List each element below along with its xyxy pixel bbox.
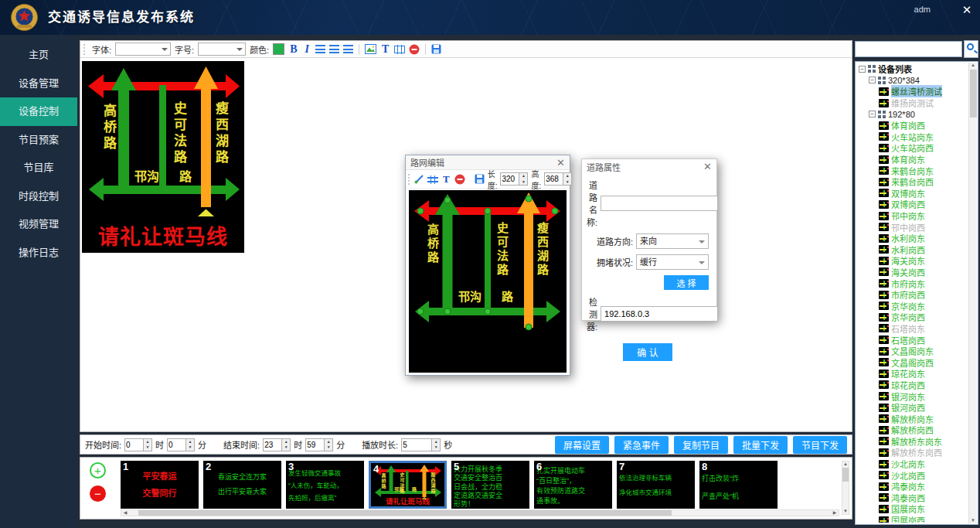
scroll-right-icon[interactable]: ▶ [831,510,839,516]
double-road-icon[interactable] [427,175,438,184]
duration-input[interactable] [401,438,432,451]
save-icon[interactable] [475,174,485,184]
device-tree-item[interactable]: 石塔岗东 [857,323,968,335]
device-tree-item[interactable]: 解放桥岗东 [857,413,968,424]
device-tree-item[interactable]: 国展岗西 [857,515,968,523]
add-program-button[interactable]: + [90,462,106,479]
program-thumbnail-4[interactable]: 4 高桥路 史可法路 瘦西湖路 邗沟 路 请礼让斑马线 [369,461,447,509]
sidebar-item-7[interactable]: 视频管理 [0,210,77,239]
spin-down-icon[interactable]: ▼ [186,445,194,451]
sidebar-item-4[interactable]: 节目预案 [0,126,77,155]
spin-down-icon[interactable]: ▼ [519,179,527,186]
align-center-icon[interactable] [329,45,339,53]
device-tree-item[interactable]: 文昌阁岗西 [857,356,968,368]
screen-layout-icon[interactable] [394,45,405,54]
save-icon[interactable] [431,44,441,54]
select-detector-button[interactable]: 选 择 [664,275,709,290]
device-tree-item[interactable]: 京华岗西 [857,312,968,323]
draw-line-icon[interactable] [414,174,424,184]
road-editor-map[interactable]: 高桥路 史可法路 瘦西湖路 邗沟 路 [409,190,567,373]
end-minute-input[interactable] [305,438,325,451]
device-tree-item[interactable]: 海关岗东 [857,255,968,267]
device-tree-item[interactable]: 市府岗西 [857,289,968,301]
device-tree-item[interactable]: 水利岗西 [857,244,968,256]
align-left-icon[interactable] [315,45,325,53]
sidebar-item-3[interactable]: 设备控制 [0,97,77,126]
device-tree-item[interactable]: 银河岗西 [857,402,968,414]
action-button[interactable]: 节目下发 [793,436,847,454]
device-tree-item[interactable]: 火车站岗西 [857,142,968,154]
spin-up-icon[interactable]: ▲ [282,439,290,445]
spin-up-icon[interactable]: ▲ [432,439,440,445]
font-select[interactable] [115,43,171,56]
device-tree-item[interactable]: 维扬岗测试 [857,97,968,109]
text-tool-icon[interactable]: T [380,43,390,56]
scrollbar-thumb[interactable] [970,70,977,118]
toolbar-grip[interactable] [408,174,410,185]
scroll-left-icon[interactable]: ◀ [121,510,129,516]
sidebar-item-5[interactable]: 节目库 [0,154,77,182]
device-tree-root[interactable]: −设备列表 [857,63,968,75]
sidebar-item-2[interactable]: 设备管理 [0,70,77,98]
sidebar-item-6[interactable]: 时段控制 [0,182,77,211]
device-group-320*384[interactable]: −320*384 [857,75,968,87]
align-right-icon[interactable] [343,45,353,53]
spin-down-icon[interactable]: ▼ [325,445,332,451]
device-tree-item[interactable]: 来鹤台岗西 [857,176,968,188]
program-thumbnail-7[interactable]: 7依法治理非标车辆净化城市交通环境 [617,461,695,509]
spin-up-icon[interactable]: ▲ [519,173,527,179]
device-tree-item[interactable]: 京华岗东 [857,300,968,312]
spin-up-icon[interactable]: ▲ [563,173,571,179]
remove-icon[interactable] [409,44,420,55]
device-tree-item[interactable]: 双博岗西 [857,199,968,210]
spin-down-icon[interactable]: ▼ [282,445,290,451]
program-thumbnail-1[interactable]: 1平安春运交警同行 [121,461,199,509]
device-tree-item[interactable]: 琼花岗东 [857,368,968,380]
confirm-button[interactable]: 确 认 [623,343,672,361]
road-props-titlebar[interactable]: 道路属性 ✕ [582,159,716,174]
device-tree-item[interactable]: 水利岗东 [857,233,968,244]
device-tree-item[interactable]: 沙北岗东 [857,458,968,470]
color-swatch[interactable] [273,43,284,55]
user-name[interactable]: adm [914,5,931,14]
scroll-up-icon[interactable]: ▲ [969,63,977,68]
device-tree-item[interactable]: 鸿泰岗东 [857,481,968,492]
program-thumbnail-8[interactable]: 8打击改装“炸严查严处“机 [699,461,778,509]
action-button[interactable]: 紧急事件 [614,436,669,454]
device-search-button[interactable] [964,40,978,58]
action-button[interactable]: 复制节目 [674,436,728,454]
text-tool-icon[interactable]: T [441,173,451,186]
spin-down-icon[interactable]: ▼ [563,179,571,186]
led-preview[interactable]: 高桥路 史可法路 瘦西湖路 邗沟 路 请礼让斑马线 [82,61,244,253]
image-icon[interactable] [365,44,376,54]
device-tree-item[interactable]: 石塔岗西 [857,334,968,346]
spin-down-icon[interactable]: ▼ [432,445,440,451]
action-button[interactable]: 屏幕设置 [555,436,609,454]
spin-up-icon[interactable]: ▲ [186,439,194,445]
device-tree-item[interactable]: 体育岗东 [857,154,968,165]
collapse-icon[interactable]: − [869,77,876,83]
playlist-vscrollbar[interactable]: ▲ ▼ [842,461,849,515]
window-close-icon[interactable]: ✕ [960,3,974,17]
collapse-icon[interactable]: − [859,66,866,73]
program-thumbnail-5[interactable]: 5大力开展秋冬季交通安全整治百日会战，全力稳定道路交通安全形势！ [451,461,529,509]
device-tree-item[interactable]: 体育岗西 [857,120,968,131]
action-button[interactable]: 批量下发 [733,436,788,454]
device-tree-item[interactable]: 琼花岗西 [857,380,968,391]
bold-button[interactable]: B [288,43,298,56]
spin-down-icon[interactable]: ▼ [144,445,151,451]
sidebar-item-8[interactable]: 操作日志 [0,239,77,267]
device-tree-item[interactable]: 文昌阁岗东 [857,346,968,357]
device-tree-item[interactable]: 邗中岗西 [857,221,968,233]
scroll-up-icon[interactable]: ▲ [842,462,849,467]
scrollbar-thumb[interactable] [138,510,672,516]
scroll-down-icon[interactable]: ▼ [842,509,849,514]
collapse-icon[interactable]: − [869,111,876,118]
height-input[interactable] [544,172,563,186]
program-thumbnail-6[interactable]: 6扎实开展电动车“百日整治”，有效预防道路交通事故。 [534,461,612,509]
size-select[interactable] [198,43,246,56]
device-tree-item[interactable]: 来鹤台岗东 [857,165,968,176]
spin-up-icon[interactable]: ▲ [325,439,332,445]
delete-program-button[interactable]: − [90,485,106,502]
device-tree-item[interactable]: 邗中岗东 [857,210,968,222]
